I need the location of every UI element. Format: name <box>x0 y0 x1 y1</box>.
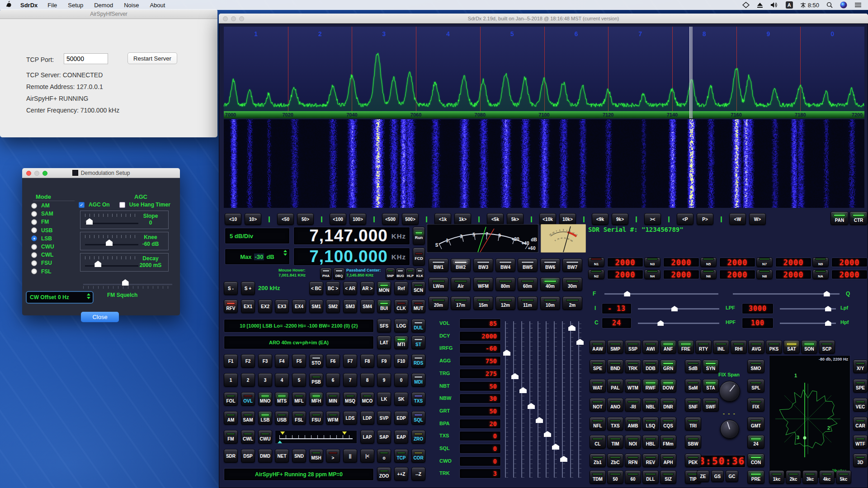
btn-lsq[interactable]: LSQ <box>642 417 659 431</box>
btn-na[interactable]: NA <box>812 270 829 279</box>
btn-5[interactable]: 5 <box>292 373 306 387</box>
btn-snd[interactable]: SND <box>292 449 306 463</box>
cw-offset-arrows[interactable] <box>87 293 90 299</box>
btn-lk[interactable]: LK <box>377 392 391 406</box>
btn-tim[interactable]: TIM <box>607 435 623 449</box>
btn-txs[interactable]: TXS <box>607 417 623 431</box>
btn-sm4[interactable]: SM4 <box>360 300 374 313</box>
btn-1kc[interactable]: 1kc <box>769 470 784 484</box>
btn-2[interactable]: 2 <box>241 373 255 387</box>
btn-edp[interactable]: EDP <box>394 411 408 425</box>
c-slider-track[interactable] <box>638 323 719 324</box>
btn-air[interactable]: Air <box>451 277 471 291</box>
btn-<1k[interactable]: <1k <box>434 213 451 225</box>
btn-lap[interactable]: LAP <box>360 430 374 444</box>
btn-5k>[interactable]: 5k> <box>507 213 524 225</box>
btn-ssp[interactable]: SSP <box>625 340 641 354</box>
mode-radio-fsu[interactable]: FSU <box>31 260 52 266</box>
btn-<10k[interactable]: <10k <box>539 213 556 225</box>
btn-n9[interactable]: N9 <box>812 258 829 267</box>
btn-spe[interactable]: SPE <box>853 379 868 393</box>
hpf-slider-thumb[interactable] <box>825 320 831 326</box>
btn-spe[interactable]: SPE <box>590 360 606 373</box>
btn-msq[interactable]: MSQ <box>343 392 357 406</box>
spectrum-display[interactable] <box>224 27 864 111</box>
demod-close-button[interactable] <box>26 171 31 176</box>
vertical-slider-track-6[interactable] <box>554 321 557 478</box>
volume-icon[interactable] <box>770 2 778 8</box>
btn-100>[interactable]: 100> <box>349 213 366 225</box>
btn-aaw[interactable]: AAW <box>590 340 606 354</box>
btn-0[interactable]: 0 <box>394 373 408 387</box>
menu-item-sdrdx[interactable]: SdrDx <box>16 2 42 9</box>
btn-wtm[interactable]: WTM <box>625 379 641 393</box>
btn-bw1[interactable]: BW1 <box>429 258 448 272</box>
btn-ar >[interactable]: AR > <box>360 282 374 295</box>
vertical-slider-thumb-2[interactable] <box>519 387 527 393</box>
fix-span-knob[interactable] <box>719 381 740 402</box>
btn-wfm[interactable]: WFM <box>473 277 493 291</box>
search-icon[interactable] <box>826 2 833 8</box>
vertical-slider-track-4[interactable] <box>538 321 541 478</box>
menu-item-about[interactable]: About <box>144 2 170 9</box>
btn-pre[interactable]: PRE <box>747 470 764 484</box>
btn-zro[interactable]: ZRO <box>411 430 425 444</box>
agc-slider-decay[interactable]: Decay2000 mS <box>80 253 169 272</box>
btn-ano[interactable]: ANO <box>607 398 623 412</box>
btn-<5k[interactable]: <5k <box>487 213 504 225</box>
close-button[interactable] <box>223 16 228 21</box>
btn-f4[interactable]: F4 <box>275 354 289 368</box>
btn-dul[interactable]: DUL <box>411 319 425 333</box>
btn-net[interactable]: NET <box>275 449 289 463</box>
vertical-slider-track-7[interactable] <box>562 321 565 478</box>
apple-menu-icon[interactable] <box>0 1 16 9</box>
passband-slider[interactable] <box>275 430 357 444</box>
list-menu-icon[interactable] <box>854 2 862 8</box>
btn-3d[interactable]: 3D <box>853 454 868 467</box>
btn-n4[interactable]: N4 <box>644 270 660 279</box>
btn-syn[interactable]: SYN <box>703 360 719 373</box>
btn-++z[interactable]: ++Z <box>394 467 408 481</box>
btn-trk[interactable]: TRK <box>625 360 641 373</box>
btn-wfm[interactable]: WFM <box>326 411 340 425</box>
menu-item-setup[interactable]: Setup <box>62 2 89 9</box>
btn-dsp[interactable]: DSP <box>241 449 255 463</box>
menu-clock[interactable]: 8:50 <box>800 2 819 9</box>
btn-ovl[interactable]: OVL <box>241 392 255 406</box>
btn-<50[interactable]: <50 <box>277 213 294 225</box>
btn-4[interactable]: 4 <box>275 373 289 387</box>
btn-usb[interactable]: USB <box>275 411 289 425</box>
btn-sm1[interactable]: SM1 <box>309 300 323 313</box>
vertical-slider-thumb-8[interactable] <box>568 325 576 331</box>
btn-noi[interactable]: NOI <box>625 435 641 449</box>
btn-not[interactable]: NOT <box>590 398 606 412</box>
btn-ex3[interactable]: EX3 <box>275 300 289 313</box>
btn-9[interactable]: 9 <box>377 373 391 387</box>
btn-lat[interactable]: LAT <box>377 336 391 349</box>
db-per-div-panel[interactable]: 5 dB/Div <box>225 228 290 244</box>
max-db-spinner[interactable]: Max -30 dB <box>225 249 290 265</box>
mode-radio-fsl[interactable]: FSL <box>31 268 52 275</box>
btn-rev[interactable]: REV <box>642 454 659 467</box>
btn-12m[interactable]: 12m <box>495 296 515 310</box>
btn-o[interactable]: o <box>377 449 391 463</box>
btn-cqs[interactable]: CQS <box>660 417 676 431</box>
btn-f7[interactable]: F7 <box>343 354 357 368</box>
btn-n3[interactable]: N3 <box>644 258 660 267</box>
btn-cl[interactable]: CL <box>590 435 606 449</box>
btn-bw3[interactable]: BW3 <box>473 258 493 272</box>
vertical-slider-thumb-0[interactable] <box>503 350 510 356</box>
btn-sdb[interactable]: SdB <box>685 360 701 373</box>
minimize-button[interactable] <box>231 16 236 21</box>
vertical-slider-thumb-4[interactable] <box>536 417 543 423</box>
mode-radio-sam[interactable]: SAM <box>31 211 53 217</box>
btn-zbc[interactable]: ZbC <box>607 454 623 467</box>
btn-cor[interactable]: COR <box>411 449 425 463</box>
mode-radio-cwl[interactable]: CWL <box>31 252 53 258</box>
btn-10>[interactable]: 10> <box>245 213 261 225</box>
btn-fol[interactable]: FOL <box>224 392 238 406</box>
btn-<9k[interactable]: <9k <box>592 213 609 225</box>
btn-10m[interactable]: 10m <box>540 296 560 310</box>
btn-sm3[interactable]: SM3 <box>343 300 357 313</box>
btn-snf[interactable]: SNF <box>685 398 701 412</box>
